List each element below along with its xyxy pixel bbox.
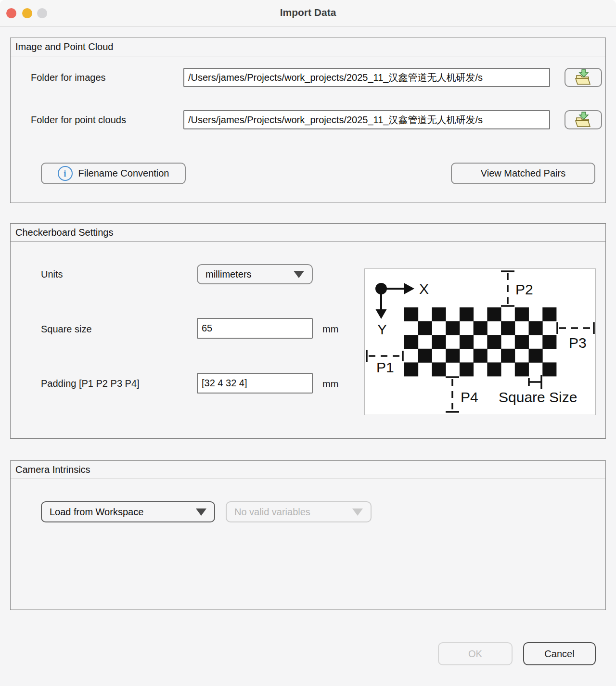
intrinsics-source-dropdown[interactable]: Load from Workspace	[41, 501, 215, 522]
y-axis-arrow	[376, 309, 387, 319]
open-folder-icon	[574, 69, 593, 86]
square-size-label: Square size	[41, 324, 92, 335]
p1-label: P1	[376, 359, 394, 375]
units-dropdown[interactable]: millimeters	[197, 264, 313, 284]
units-label: Units	[41, 269, 63, 280]
checkerboard-diagram: X Y P2 P3 P1	[364, 268, 596, 415]
filename-convention-label: Filename Convention	[78, 168, 169, 179]
y-axis-label: Y	[377, 321, 387, 337]
chevron-down-icon	[294, 271, 304, 278]
browse-pointclouds-button[interactable]	[565, 110, 602, 129]
chevron-down-icon	[196, 508, 206, 516]
checkerboard-squares	[404, 307, 556, 376]
open-folder-icon	[574, 112, 593, 128]
square-size-caption: Square Size	[499, 389, 577, 405]
checkerboard-settings-panel: Checkerboard Settings Units millimeters …	[10, 223, 606, 439]
folder-images-label: Folder for images	[31, 72, 106, 83]
browse-images-button[interactable]	[565, 68, 602, 87]
units-dropdown-value: millimeters	[205, 269, 252, 280]
info-icon: i	[58, 166, 73, 181]
ok-button: OK	[438, 642, 513, 665]
intrinsics-variable-dropdown: No valid variables	[226, 501, 372, 522]
x-axis-arrow	[404, 283, 414, 294]
image-point-cloud-panel: Image and Point Cloud Folder for images …	[10, 38, 606, 203]
folder-pointclouds-label: Folder for point clouds	[31, 114, 126, 126]
square-size-input[interactable]	[197, 318, 313, 339]
x-axis-label: X	[419, 281, 429, 297]
import-data-dialog: Import Data Image and Point Cloud Folder…	[0, 0, 616, 686]
window-title: Import Data	[0, 7, 616, 18]
filename-convention-button[interactable]: i Filename Convention	[41, 163, 186, 184]
square-size-unit: mm	[322, 324, 338, 335]
view-matched-pairs-button[interactable]: View Matched Pairs	[451, 163, 595, 184]
folder-pointclouds-input[interactable]	[183, 110, 550, 129]
panel-title-checkerboard: Checkerboard Settings	[11, 224, 605, 242]
view-matched-pairs-label: View Matched Pairs	[481, 168, 565, 179]
titlebar: Import Data	[0, 0, 616, 27]
p3-label: P3	[569, 335, 587, 351]
padding-input[interactable]	[197, 373, 313, 394]
intrinsics-variable-value: No valid variables	[234, 507, 310, 518]
padding-unit: mm	[322, 379, 338, 390]
cancel-button-label: Cancel	[544, 648, 574, 660]
camera-intrinsics-panel: Camera Intrinsics Load from Workspace No…	[10, 460, 606, 610]
p2-label: P2	[515, 281, 533, 297]
cancel-button[interactable]: Cancel	[523, 642, 596, 665]
padding-label: Padding [P1 P2 P3 P4]	[41, 378, 140, 389]
panel-title-camera-intrinsics: Camera Intrinsics	[11, 461, 605, 479]
checkerboard-diagram-svg: X Y P2 P3 P1	[365, 269, 595, 415]
chevron-down-icon	[352, 508, 363, 516]
folder-images-input[interactable]	[183, 68, 550, 87]
ok-button-label: OK	[468, 648, 482, 660]
p4-label: P4	[461, 389, 478, 405]
panel-title-image-point-cloud: Image and Point Cloud	[11, 38, 605, 56]
intrinsics-source-value: Load from Workspace	[50, 507, 143, 518]
